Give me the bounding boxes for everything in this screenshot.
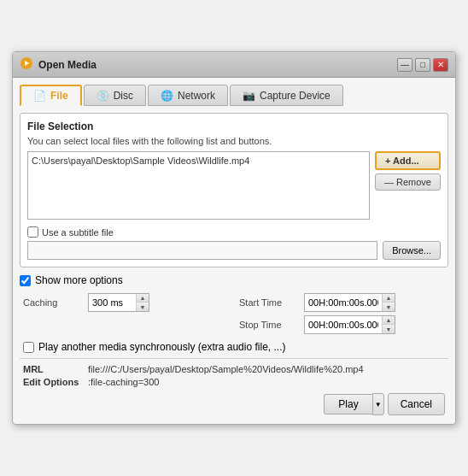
minimize-button[interactable]: —: [397, 58, 412, 72]
show-more-label: Show more options: [35, 274, 123, 286]
tab-disc[interactable]: 💿 Disc: [84, 85, 146, 106]
file-list[interactable]: C:\Users\payal\Desktop\Sample Videos\Wil…: [27, 151, 370, 220]
subtitle-checkbox-label[interactable]: Use a subtitle file: [27, 226, 114, 238]
tab-network[interactable]: 🌐 Network: [148, 85, 228, 106]
caching-input[interactable]: [89, 296, 136, 309]
file-selection-title: File Selection: [27, 120, 441, 132]
show-more-row: Show more options: [20, 274, 448, 286]
options-grid: Caching ▲ ▼ Start Time ▲: [20, 293, 448, 334]
title-bar: Open Media — □ ✕: [13, 52, 455, 78]
bottom-buttons: Play ▼ Cancel: [20, 390, 448, 417]
file-tab-label: File: [50, 90, 68, 102]
caching-arrows: ▲ ▼: [136, 294, 149, 311]
mrl-label: MRL: [23, 364, 83, 374]
start-time-input[interactable]: [305, 296, 382, 309]
play-button[interactable]: Play: [324, 394, 371, 414]
caching-spin: ▲ ▼: [88, 293, 149, 312]
subtitle-label-text: Use a subtitle file: [42, 227, 114, 238]
title-bar-left: Open Media: [20, 56, 97, 73]
caching-up[interactable]: ▲: [137, 294, 149, 303]
file-area: C:\Users\payal\Desktop\Sample Videos\Wil…: [27, 151, 441, 220]
title-buttons: — □ ✕: [397, 58, 448, 72]
disc-tab-icon: 💿: [97, 90, 109, 102]
extended-options: Caching ▲ ▼ Start Time ▲: [20, 293, 448, 387]
play-dropdown-arrow[interactable]: ▼: [372, 393, 384, 415]
tab-file[interactable]: 📄 File: [20, 85, 82, 106]
edit-options-row: Edit Options :file-caching=300: [20, 377, 448, 387]
capture-tab-icon: 📷: [243, 90, 255, 102]
app-icon: [20, 56, 33, 73]
play-group: Play ▼: [324, 393, 383, 415]
tab-bar: 📄 File 💿 Disc 🌐 Network 📷 Capture Device: [20, 85, 448, 106]
show-more-checkbox[interactable]: [20, 275, 31, 286]
file-tab-icon: 📄: [33, 90, 46, 102]
stop-time-row: Stop Time ▲ ▼: [239, 315, 445, 334]
mrl-value: file:///C:/Users/payal/Desktop/Sample%20…: [88, 364, 364, 374]
stop-time-arrows: ▲ ▼: [382, 316, 395, 333]
cancel-button[interactable]: Cancel: [388, 393, 445, 415]
stop-time-spin: ▲ ▼: [304, 315, 395, 334]
window-body: 📄 File 💿 Disc 🌐 Network 📷 Capture Device…: [13, 78, 455, 424]
remove-button[interactable]: — Remove: [375, 173, 441, 191]
maximize-button[interactable]: □: [415, 58, 430, 72]
close-button[interactable]: ✕: [433, 58, 448, 72]
separator: [20, 358, 448, 359]
file-selection-section: File Selection You can select local file…: [20, 113, 448, 267]
start-time-down[interactable]: ▼: [383, 303, 395, 311]
add-button[interactable]: + Add...: [375, 151, 441, 170]
capture-tab-label: Capture Device: [260, 90, 331, 102]
subtitle-checkbox[interactable]: [27, 226, 38, 238]
file-list-item: C:\Users\payal\Desktop\Sample Videos\Wil…: [32, 156, 366, 166]
caching-label: Caching: [23, 297, 83, 308]
stop-time-down[interactable]: ▼: [383, 325, 395, 333]
start-time-spin: ▲ ▼: [304, 293, 395, 312]
subtitle-row: Use a subtitle file: [27, 226, 441, 238]
play-another-checkbox[interactable]: [23, 342, 34, 353]
file-buttons: + Add... — Remove: [375, 151, 441, 191]
edit-options-value: :file-caching=300: [88, 377, 159, 387]
stop-time-up[interactable]: ▲: [383, 316, 395, 325]
start-time-row: Start Time ▲ ▼: [239, 293, 445, 312]
start-time-up[interactable]: ▲: [383, 294, 395, 303]
start-time-label: Start Time: [239, 297, 299, 308]
open-media-window: Open Media — □ ✕ 📄 File 💿 Disc 🌐 Network: [12, 51, 456, 425]
window-title: Open Media: [38, 59, 97, 71]
tab-capture[interactable]: 📷 Capture Device: [230, 85, 343, 106]
start-time-arrows: ▲ ▼: [382, 294, 395, 311]
network-tab-label: Network: [178, 90, 215, 102]
file-selection-desc: You can select local files with the foll…: [27, 136, 441, 146]
mrl-row: MRL file:///C:/Users/payal/Desktop/Sampl…: [20, 364, 448, 374]
browse-row: Browse...: [27, 241, 441, 260]
browse-input[interactable]: [27, 241, 377, 260]
stop-time-label: Stop Time: [239, 320, 299, 330]
caching-down[interactable]: ▼: [137, 303, 149, 311]
edit-options-label: Edit Options: [23, 377, 83, 387]
network-tab-icon: 🌐: [161, 90, 173, 102]
play-another-row: Play another media synchronously (extra …: [20, 341, 448, 353]
play-another-label: Play another media synchronously (extra …: [38, 341, 285, 353]
disc-tab-label: Disc: [114, 90, 133, 102]
browse-button[interactable]: Browse...: [383, 241, 441, 260]
caching-row: Caching ▲ ▼: [23, 293, 229, 312]
stop-time-input[interactable]: [305, 318, 382, 332]
